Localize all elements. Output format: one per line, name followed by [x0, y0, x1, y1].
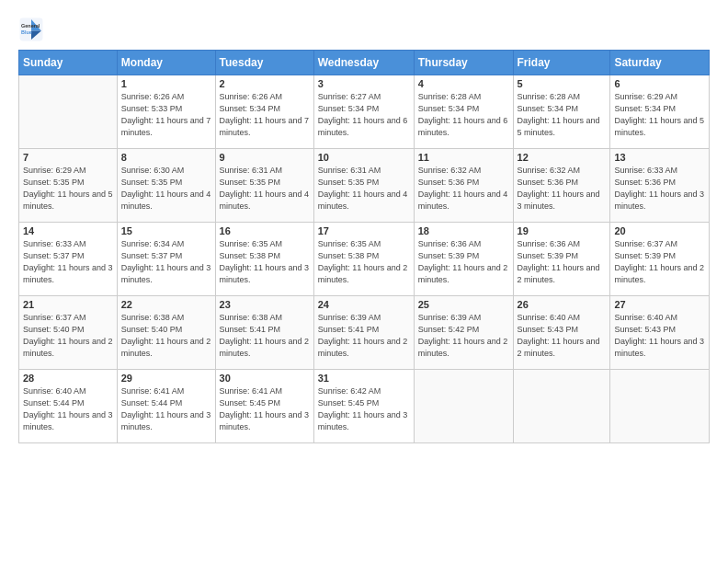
day-info: Sunrise: 6:40 AMSunset: 5:43 PMDaylight:…	[614, 312, 705, 360]
calendar-day-cell: 11Sunrise: 6:32 AMSunset: 5:36 PMDayligh…	[414, 149, 513, 223]
day-info: Sunrise: 6:27 AMSunset: 5:34 PMDaylight:…	[318, 91, 410, 139]
calendar-day-cell: 19Sunrise: 6:36 AMSunset: 5:39 PMDayligh…	[513, 223, 610, 296]
calendar-day-cell: 9Sunrise: 6:31 AMSunset: 5:35 PMDaylight…	[215, 149, 313, 223]
calendar-day-cell: 21Sunrise: 6:37 AMSunset: 5:40 PMDayligh…	[19, 296, 118, 370]
calendar-day-cell: 23Sunrise: 6:38 AMSunset: 5:41 PMDayligh…	[215, 296, 313, 370]
day-info: Sunrise: 6:41 AMSunset: 5:44 PMDaylight:…	[121, 385, 211, 433]
calendar-day-header: Thursday	[414, 51, 513, 75]
header: General Blue	[18, 17, 710, 42]
day-number: 14	[23, 225, 113, 236]
day-number: 20	[614, 225, 705, 236]
svg-text:General: General	[21, 23, 40, 29]
day-number: 23	[220, 299, 310, 310]
day-number: 30	[220, 373, 310, 384]
calendar-day-cell: 8Sunrise: 6:30 AMSunset: 5:35 PMDaylight…	[117, 149, 215, 223]
day-info: Sunrise: 6:40 AMSunset: 5:43 PMDaylight:…	[518, 312, 607, 360]
calendar-day-cell: 28Sunrise: 6:40 AMSunset: 5:44 PMDayligh…	[19, 370, 118, 443]
calendar-week-row: 1Sunrise: 6:26 AMSunset: 5:33 PMDaylight…	[19, 75, 710, 149]
calendar-day-header: Monday	[117, 51, 215, 75]
logo-icon: General Blue	[18, 17, 44, 42]
calendar-day-cell: 12Sunrise: 6:32 AMSunset: 5:36 PMDayligh…	[513, 149, 610, 223]
calendar-day-cell: 18Sunrise: 6:36 AMSunset: 5:39 PMDayligh…	[414, 223, 513, 296]
calendar-day-cell: 7Sunrise: 6:29 AMSunset: 5:35 PMDaylight…	[19, 149, 118, 223]
day-number: 25	[418, 299, 509, 310]
calendar-day-cell: 25Sunrise: 6:39 AMSunset: 5:42 PMDayligh…	[414, 296, 513, 370]
calendar-day-cell: 6Sunrise: 6:29 AMSunset: 5:34 PMDaylight…	[610, 75, 710, 149]
day-info: Sunrise: 6:31 AMSunset: 5:35 PMDaylight:…	[220, 165, 310, 213]
day-info: Sunrise: 6:32 AMSunset: 5:36 PMDaylight:…	[518, 165, 607, 213]
day-info: Sunrise: 6:37 AMSunset: 5:39 PMDaylight:…	[614, 238, 705, 286]
day-number: 27	[614, 299, 705, 310]
day-info: Sunrise: 6:26 AMSunset: 5:33 PMDaylight:…	[121, 91, 211, 139]
day-info: Sunrise: 6:39 AMSunset: 5:41 PMDaylight:…	[318, 312, 410, 360]
calendar-day-cell	[513, 370, 610, 443]
day-info: Sunrise: 6:29 AMSunset: 5:34 PMDaylight:…	[614, 91, 705, 139]
calendar-day-cell: 2Sunrise: 6:26 AMSunset: 5:34 PMDaylight…	[215, 75, 313, 149]
calendar-week-row: 7Sunrise: 6:29 AMSunset: 5:35 PMDaylight…	[19, 149, 710, 223]
day-number: 7	[23, 152, 113, 163]
day-number: 31	[318, 373, 410, 384]
day-number: 13	[614, 152, 705, 163]
day-info: Sunrise: 6:38 AMSunset: 5:41 PMDaylight:…	[220, 312, 310, 360]
day-number: 28	[23, 373, 113, 384]
calendar-week-row: 28Sunrise: 6:40 AMSunset: 5:44 PMDayligh…	[19, 370, 710, 443]
day-number: 4	[418, 78, 509, 89]
calendar-day-header: Saturday	[610, 51, 710, 75]
day-number: 19	[518, 225, 607, 236]
day-number: 24	[318, 299, 410, 310]
calendar-day-cell: 27Sunrise: 6:40 AMSunset: 5:43 PMDayligh…	[610, 296, 710, 370]
day-info: Sunrise: 6:28 AMSunset: 5:34 PMDaylight:…	[418, 91, 509, 139]
day-number: 18	[418, 225, 509, 236]
calendar-day-cell: 31Sunrise: 6:42 AMSunset: 5:45 PMDayligh…	[313, 370, 414, 443]
day-number: 17	[318, 225, 410, 236]
day-number: 6	[614, 78, 705, 89]
calendar-day-cell: 16Sunrise: 6:35 AMSunset: 5:38 PMDayligh…	[215, 223, 313, 296]
day-info: Sunrise: 6:33 AMSunset: 5:36 PMDaylight:…	[614, 165, 705, 213]
calendar-header-row: SundayMondayTuesdayWednesdayThursdayFrid…	[19, 51, 710, 75]
day-number: 16	[220, 225, 310, 236]
day-info: Sunrise: 6:26 AMSunset: 5:34 PMDaylight:…	[220, 91, 310, 139]
calendar-day-cell: 26Sunrise: 6:40 AMSunset: 5:43 PMDayligh…	[513, 296, 610, 370]
calendar-day-cell: 4Sunrise: 6:28 AMSunset: 5:34 PMDaylight…	[414, 75, 513, 149]
day-info: Sunrise: 6:34 AMSunset: 5:37 PMDaylight:…	[121, 238, 211, 286]
calendar-day-header: Friday	[513, 51, 610, 75]
calendar-day-cell	[19, 75, 118, 149]
day-number: 1	[121, 78, 211, 89]
calendar-day-cell: 24Sunrise: 6:39 AMSunset: 5:41 PMDayligh…	[313, 296, 414, 370]
day-number: 12	[518, 152, 607, 163]
calendar-day-header: Tuesday	[215, 51, 313, 75]
day-number: 11	[418, 152, 509, 163]
day-info: Sunrise: 6:30 AMSunset: 5:35 PMDaylight:…	[121, 165, 211, 213]
day-info: Sunrise: 6:31 AMSunset: 5:35 PMDaylight:…	[318, 165, 410, 213]
calendar-day-cell: 17Sunrise: 6:35 AMSunset: 5:38 PMDayligh…	[313, 223, 414, 296]
day-number: 5	[518, 78, 607, 89]
day-number: 21	[23, 299, 113, 310]
day-info: Sunrise: 6:39 AMSunset: 5:42 PMDaylight:…	[418, 312, 509, 360]
logo: General Blue	[18, 17, 44, 42]
day-number: 10	[318, 152, 410, 163]
day-info: Sunrise: 6:36 AMSunset: 5:39 PMDaylight:…	[518, 238, 607, 286]
day-number: 15	[121, 225, 211, 236]
calendar-day-cell: 30Sunrise: 6:41 AMSunset: 5:45 PMDayligh…	[215, 370, 313, 443]
calendar-day-cell: 20Sunrise: 6:37 AMSunset: 5:39 PMDayligh…	[610, 223, 710, 296]
day-number: 9	[220, 152, 310, 163]
day-info: Sunrise: 6:36 AMSunset: 5:39 PMDaylight:…	[418, 238, 509, 286]
day-info: Sunrise: 6:40 AMSunset: 5:44 PMDaylight:…	[23, 385, 113, 433]
day-info: Sunrise: 6:32 AMSunset: 5:36 PMDaylight:…	[418, 165, 509, 213]
calendar-day-cell: 1Sunrise: 6:26 AMSunset: 5:33 PMDaylight…	[117, 75, 215, 149]
calendar-week-row: 21Sunrise: 6:37 AMSunset: 5:40 PMDayligh…	[19, 296, 710, 370]
calendar-day-cell: 3Sunrise: 6:27 AMSunset: 5:34 PMDaylight…	[313, 75, 414, 149]
calendar-day-cell	[414, 370, 513, 443]
day-number: 26	[518, 299, 607, 310]
day-info: Sunrise: 6:35 AMSunset: 5:38 PMDaylight:…	[318, 238, 410, 286]
page: General Blue SundayMondayTuesdayWednesda…	[0, 0, 728, 563]
calendar-day-cell: 14Sunrise: 6:33 AMSunset: 5:37 PMDayligh…	[19, 223, 118, 296]
calendar-day-cell: 5Sunrise: 6:28 AMSunset: 5:34 PMDaylight…	[513, 75, 610, 149]
day-number: 22	[121, 299, 211, 310]
calendar-day-cell: 22Sunrise: 6:38 AMSunset: 5:40 PMDayligh…	[117, 296, 215, 370]
calendar-day-cell	[610, 370, 710, 443]
calendar-day-cell: 10Sunrise: 6:31 AMSunset: 5:35 PMDayligh…	[313, 149, 414, 223]
day-info: Sunrise: 6:38 AMSunset: 5:40 PMDaylight:…	[121, 312, 211, 360]
day-info: Sunrise: 6:41 AMSunset: 5:45 PMDaylight:…	[220, 385, 310, 433]
day-number: 8	[121, 152, 211, 163]
